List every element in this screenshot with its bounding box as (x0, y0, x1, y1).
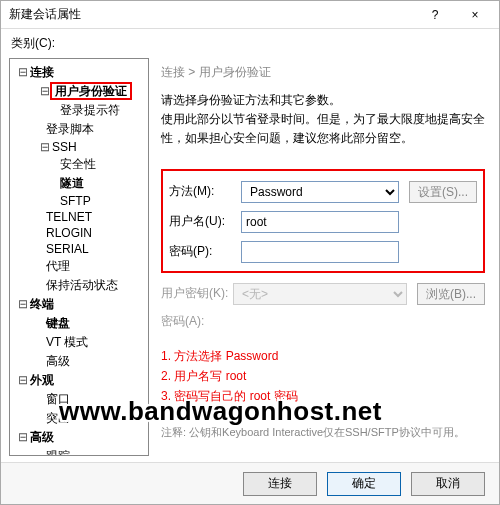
tree-login-script[interactable]: 登录脚本 (12, 120, 146, 139)
tree-serial[interactable]: SERIAL (12, 241, 146, 257)
titlebar: 新建会话属性 ? × (1, 1, 499, 29)
browse-button: 浏览(B)... (417, 283, 485, 305)
method-label: 方法(M): (169, 183, 241, 200)
username-input[interactable] (241, 211, 399, 233)
right-panel: 连接 > 用户身份验证 请选择身份验证方法和其它参数。 使用此部分以节省登录时间… (149, 56, 499, 462)
anno-1: 1. 方法选择 Password (161, 346, 485, 366)
tree-adv[interactable]: 高级 (12, 352, 146, 371)
username-label: 用户名(U): (169, 213, 241, 230)
method-select[interactable]: Password (241, 181, 399, 203)
tree-proxy[interactable]: 代理 (12, 257, 146, 276)
session-properties-dialog: 新建会话属性 ? × 类别(C): ⊟连接 ⊟用户身份验证 登录提示符 登录脚本… (0, 0, 500, 505)
note: 注释: 公钥和Keyboard Interactive仅在SSH/SFTP协议中… (161, 425, 485, 440)
connect-button[interactable]: 连接 (243, 472, 317, 496)
tree-ssh[interactable]: ⊟SSH (12, 139, 146, 155)
help-icon[interactable]: ? (415, 3, 455, 27)
userkey-label: 用户密钥(K): (161, 285, 233, 302)
annotation: 1. 方法选择 Password 2. 用户名写 root 3. 密码写自己的 … (161, 346, 485, 407)
tree-tunnel[interactable]: 隧道 (12, 174, 146, 193)
desc-line2: 使用此部分以节省登录时间。但是，为了最大限度地提高安全性，如果担心安全问题，建议… (161, 110, 485, 148)
ok-button[interactable]: 确定 (327, 472, 401, 496)
tree-appearance[interactable]: ⊟外观 (12, 371, 146, 390)
close-icon[interactable]: × (455, 3, 495, 27)
tree-login-prompt[interactable]: 登录提示符 (12, 101, 146, 120)
tree-terminal[interactable]: ⊟终端 (12, 295, 146, 314)
category-label: 类别(C): (11, 35, 489, 52)
tree-connection[interactable]: ⊟连接 (12, 63, 146, 82)
tree-auth[interactable]: ⊟用户身份验证 (12, 82, 146, 101)
footer: 连接 确定 取消 (1, 462, 499, 504)
tree-trace[interactable]: 跟踪 (12, 447, 146, 456)
userkey-select: <无> (233, 283, 407, 305)
tree-rlogin[interactable]: RLOGIN (12, 225, 146, 241)
tree-window[interactable]: 窗口 (12, 390, 146, 409)
breadcrumb: 连接 > 用户身份验证 (161, 64, 485, 81)
desc-line1: 请选择身份验证方法和其它参数。 (161, 91, 485, 110)
tree-highlight[interactable]: 突出 (12, 409, 146, 428)
description: 请选择身份验证方法和其它参数。 使用此部分以节省登录时间。但是，为了最大限度地提… (161, 91, 485, 149)
category-row: 类别(C): (1, 29, 499, 56)
tree-sftp[interactable]: SFTP (12, 193, 146, 209)
window-title: 新建会话属性 (9, 6, 415, 23)
tree-advanced[interactable]: ⊟高级 (12, 428, 146, 447)
auth-form: 方法(M): Password 设置(S)... 用户名(U): 密码(P): (161, 169, 485, 273)
category-tree[interactable]: ⊟连接 ⊟用户身份验证 登录提示符 登录脚本 ⊟SSH 安全性 隧道 SFTP … (9, 58, 149, 456)
tree-security[interactable]: 安全性 (12, 155, 146, 174)
anno-3: 3. 密码写自己的 root 密码 (161, 386, 485, 406)
password-input[interactable] (241, 241, 399, 263)
anno-2: 2. 用户名写 root (161, 366, 485, 386)
tree-keepalive[interactable]: 保持活动状态 (12, 276, 146, 295)
cancel-button[interactable]: 取消 (411, 472, 485, 496)
tree-vt[interactable]: VT 模式 (12, 333, 146, 352)
tree-keyboard[interactable]: 键盘 (12, 314, 146, 333)
password-a-label: 密码(A): (161, 313, 233, 330)
tree-telnet[interactable]: TELNET (12, 209, 146, 225)
setup-button: 设置(S)... (409, 181, 477, 203)
password-label: 密码(P): (169, 243, 241, 260)
